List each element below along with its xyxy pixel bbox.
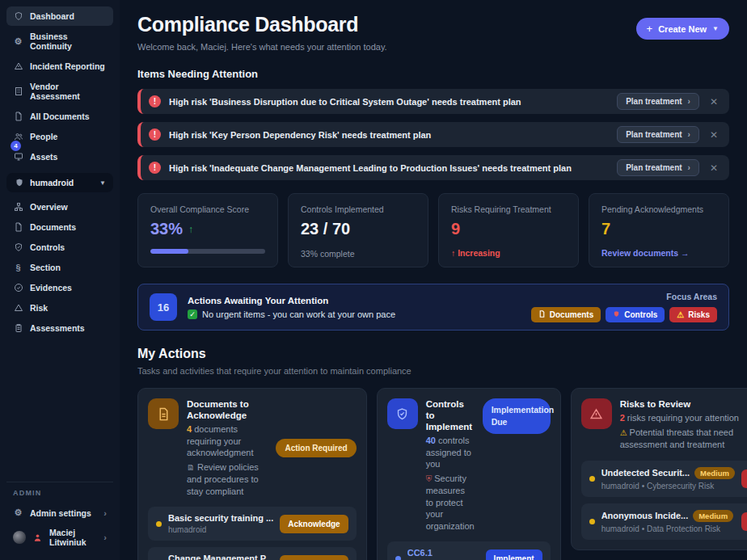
chevron-down-icon: ▼ <box>99 179 106 187</box>
stats-row: Overall Compliance Score 33% ↑ Controls … <box>137 193 729 267</box>
card-description: 40 controls assigned to you <box>426 435 475 470</box>
alert-exclamation-icon: ! <box>149 95 161 107</box>
stat-value: 9 <box>451 220 566 238</box>
page-title: Compliance Dashboard <box>137 13 387 36</box>
risk-list-item: Anonymous Incide... Medium humadroid • D… <box>581 503 747 540</box>
card-title: Controls to Implement <box>426 398 475 432</box>
sidebar-item-all-documents[interactable]: All Documents <box>6 107 113 126</box>
check-icon: ✓ <box>188 309 197 319</box>
chevron-right-icon: › <box>688 130 690 139</box>
sidebar-item-documents[interactable]: Documents <box>6 217 113 237</box>
implement-button[interactable]: Implement <box>486 549 542 560</box>
shield-icon <box>13 11 23 21</box>
sidebar-item-risk[interactable]: Risk <box>6 298 113 318</box>
close-icon[interactable]: ✕ <box>710 96 718 107</box>
card-description: 2 risks requiring your attention <box>620 412 747 424</box>
card-note: ⚠Potential threats that need assessment … <box>620 427 747 451</box>
status-dot <box>395 556 401 560</box>
review-documents-link[interactable]: Review documents → <box>601 248 716 258</box>
sidebar-item-label: Vendor Assessment <box>30 82 107 101</box>
alert-row: ! High risk 'Business Disruption due to … <box>137 89 729 114</box>
close-icon[interactable]: ✕ <box>710 162 718 174</box>
focus-controls-button[interactable]: Controls <box>606 307 665 322</box>
status-dot <box>589 519 595 524</box>
severity-badge: Medium <box>693 510 733 522</box>
compliance-dashboard-screen: Dashboard ⚙ Business Continuity Incident… <box>0 0 747 560</box>
stat-label: Overall Compliance Score <box>150 204 265 214</box>
shield-icon: ⛨ <box>426 474 433 483</box>
card-description: 4 documents requiring your acknowledgmen… <box>187 423 268 459</box>
sidebar-item-label: Assets <box>30 152 57 162</box>
alert-text: High risk 'Key Person Dependency Risk' n… <box>169 130 617 140</box>
sidebar-item-evidences[interactable]: Evidences <box>6 278 113 297</box>
file-icon <box>13 112 23 121</box>
item-meta: humadroid • Cybersecurity Risk <box>601 482 735 491</box>
person-icon <box>32 533 43 542</box>
sidebar-item-admin-settings[interactable]: ⚙ Admin settings › <box>6 503 113 523</box>
sidebar-item-assessments[interactable]: Assessments <box>6 318 113 338</box>
sidebar-item-label: Documents <box>30 222 76 232</box>
item-title: CC6.1 <box>407 548 479 558</box>
sidebar-item-incident-reporting[interactable]: Incident Reporting <box>6 57 113 76</box>
admin-section: ADMIN ⚙ Admin settings › Maciej Litwiniu… <box>6 482 113 552</box>
sidebar-item-label: All Documents <box>30 112 90 121</box>
sidebar-item-section[interactable]: § Section <box>6 258 113 277</box>
risk-list-item: Undetected Securit... Medium humadroid •… <box>581 461 747 497</box>
sidebar-item-user-profile[interactable]: Maciej Litwiniuk › <box>6 523 113 552</box>
building-icon <box>13 86 23 96</box>
user-name: Maciej Litwiniuk <box>49 528 97 547</box>
plan-treatment-button[interactable]: Plan treatment › <box>617 93 699 110</box>
sidebar-item-assets[interactable]: Assets <box>6 147 113 166</box>
acknowledge-button[interactable]: Acknowledge <box>280 555 348 560</box>
close-icon[interactable]: ✕ <box>710 129 718 141</box>
review-button[interactable]: Review <box>741 512 747 531</box>
sidebar-item-people[interactable]: People 4 <box>6 127 113 146</box>
actions-count-badge: 16 <box>150 293 177 321</box>
stat-label: Controls Implemented <box>301 204 416 214</box>
review-button[interactable]: Review <box>741 469 747 488</box>
stat-label: Risks Requiring Treatment <box>451 204 566 214</box>
item-title: Anonymous Incide... <box>601 511 689 520</box>
plan-treatment-button[interactable]: Plan treatment › <box>617 126 699 143</box>
alert-row: ! High risk 'Inadequate Change Managemen… <box>137 155 729 180</box>
plan-treatment-button[interactable]: Plan treatment › <box>617 159 699 176</box>
stat-card-pending-acknowledgments: Pending Acknowledgments 7 Review documen… <box>589 193 729 267</box>
actions-banner: 16 Actions Awaiting Your Attention ✓ No … <box>137 284 729 331</box>
attention-heading: Items Needing Attention <box>137 68 729 80</box>
warning-triangle-icon <box>13 303 23 313</box>
document-list-item: Change Management P... humadroid Acknowl… <box>148 547 357 560</box>
create-new-button[interactable]: + Create New ▼ <box>636 18 729 40</box>
sidebar-item-label: People <box>30 132 57 141</box>
sidebar-item-label: Evidences <box>30 283 72 293</box>
stat-card-compliance-score: Overall Compliance Score 33% ↑ <box>137 193 278 267</box>
sidebar-item-overview[interactable]: Overview <box>6 197 113 217</box>
sitemap-icon <box>13 202 23 212</box>
my-actions-subtitle: Tasks and activities that require your a… <box>137 366 729 376</box>
sidebar-item-vendor-assessment[interactable]: Vendor Assessment <box>6 77 113 106</box>
control-list-item: CC6.1 humadroid Implement <box>387 541 551 560</box>
sidebar-item-dashboard[interactable]: Dashboard <box>6 6 113 26</box>
page-subtitle: Welcome back, Maciej. Here's what needs … <box>137 42 387 52</box>
admin-settings-label: Admin settings <box>30 508 91 518</box>
org-selector[interactable]: humadroid ▼ <box>6 173 113 192</box>
compliance-progress-bar <box>150 249 265 254</box>
stat-label: Pending Acknowledgments <box>601 204 716 214</box>
implementation-due-badge: Implementation Due <box>483 398 551 434</box>
item-meta: humadroid • Data Protection Risk <box>601 524 735 533</box>
sidebar-item-business-continuity[interactable]: ⚙ Business Continuity <box>6 27 113 56</box>
banner-title: Actions Awaiting Your Attention <box>188 296 395 305</box>
sidebar-item-label: Business Continuity <box>30 32 107 51</box>
focus-risks-button[interactable]: ⚠ Risks <box>669 307 717 322</box>
focus-documents-button[interactable]: Documents <box>531 307 601 322</box>
sidebar-item-label: Section <box>30 263 61 272</box>
alert-exclamation-icon: ! <box>149 162 161 174</box>
file-icon <box>13 222 23 232</box>
acknowledge-button[interactable]: Acknowledge <box>280 515 348 533</box>
warning-triangle-icon <box>13 61 23 71</box>
status-dot <box>156 521 162 527</box>
shield-check-icon <box>13 242 23 252</box>
sidebar-item-controls[interactable]: Controls <box>6 238 113 257</box>
arrow-up-icon: ↑ <box>188 224 193 235</box>
section-icon: § <box>13 263 23 272</box>
gear-icon: ⚙ <box>13 507 23 518</box>
